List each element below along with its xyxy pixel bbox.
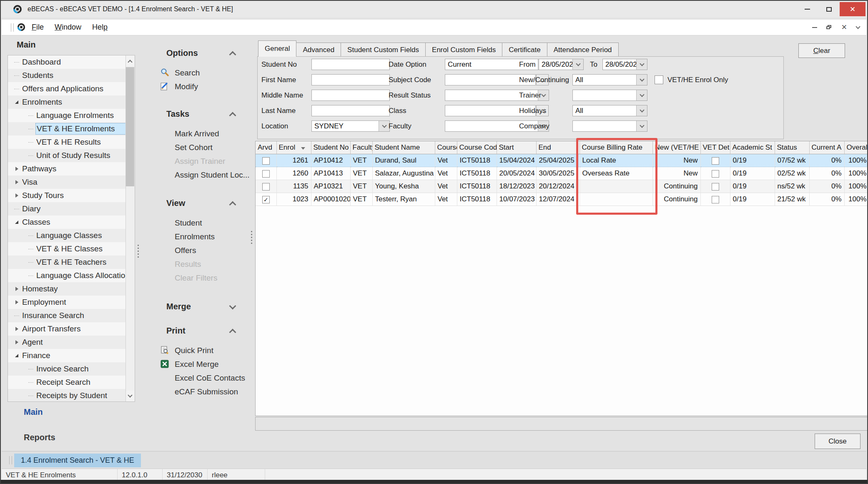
mdi-close-button[interactable]: ✕ <box>841 24 847 31</box>
sidebar-item-diary[interactable]: Diary <box>8 202 126 216</box>
mdi-restore-button[interactable] <box>826 25 832 30</box>
sidebar-item-students[interactable]: Students <box>8 69 126 82</box>
tab-certificate[interactable]: Certificate <box>502 43 547 57</box>
col-faculty[interactable]: Faculty <box>350 141 372 154</box>
dropdown-button[interactable] <box>636 90 647 100</box>
dropdown-button[interactable] <box>636 59 647 70</box>
action-search[interactable]: Search <box>143 66 251 80</box>
last-name-input[interactable] <box>311 105 390 116</box>
action-quick-print[interactable]: Quick Print <box>143 344 251 357</box>
nav-section-reports[interactable]: Reports <box>24 433 55 442</box>
splitter-handle-left[interactable] <box>138 245 139 258</box>
col-current-attendance[interactable]: Current A <box>809 141 844 154</box>
print-section-header[interactable]: Print <box>143 326 251 337</box>
action-view-offers[interactable]: Offers <box>143 243 251 257</box>
vet-det-checkbox[interactable] <box>712 157 719 165</box>
sidebar-item-vet-he-teachers[interactable]: VET & HE Teachers <box>8 256 126 269</box>
sidebar-item-unit-of-study-results[interactable]: Unit of Study Results <box>8 149 126 162</box>
sidebar-item-employment[interactable]: Employment <box>8 296 126 309</box>
vet-det-checkbox[interactable] <box>712 196 719 203</box>
sidebar-item-language-class-allocation[interactable]: Language Class Allocation <box>8 269 126 282</box>
sidebar-item-visa[interactable]: Visa <box>8 176 126 189</box>
table-row[interactable]: 1135 AP10321 VET Young, Kesha Vet ICT501… <box>256 180 868 193</box>
sidebar-item-dashboard[interactable]: Dashboard <box>8 55 126 69</box>
sidebar-item-receipt-search[interactable]: Receipt Search <box>8 376 126 389</box>
sidebar-item-homestay[interactable]: Homestay <box>8 282 126 296</box>
col-course-code[interactable]: Course Code <box>457 141 497 154</box>
splitter-handle-right[interactable] <box>251 231 252 244</box>
toolbar-grip[interactable] <box>11 23 14 32</box>
mdi-menu-chevron-icon[interactable] <box>855 24 860 29</box>
view-section-header[interactable]: View <box>143 198 251 209</box>
action-ecaf-submission[interactable]: eCAF Submission <box>143 385 251 399</box>
action-view-student[interactable]: Student <box>143 216 251 230</box>
table-row[interactable]: ✓ 1023 AP0001020 VET Testerr, Ryan Vet I… <box>256 193 868 206</box>
col-status[interactable]: Status <box>775 141 809 154</box>
vet-det-checkbox[interactable] <box>712 170 719 178</box>
scrollbar-thumb[interactable] <box>126 67 134 186</box>
sidebar-item-vet-he-results[interactable]: VET & HE Results <box>8 135 126 149</box>
nav-section-main[interactable]: Main <box>24 407 43 417</box>
action-set-cohort[interactable]: Set Cohort <box>143 140 251 154</box>
sidebar-item-agent[interactable]: Agent <box>8 336 126 349</box>
sidebar-item-finance[interactable]: Finance <box>8 349 126 362</box>
tasks-section-header[interactable]: Tasks <box>143 109 251 120</box>
vet-he-enrol-only-checkbox[interactable] <box>655 75 663 84</box>
col-arvd[interactable]: Arvd <box>256 141 276 154</box>
sidebar-item-vet-he-classes[interactable]: VET & HE Classes <box>8 242 126 256</box>
col-student-name[interactable]: Student Name <box>372 141 435 154</box>
clear-button[interactable]: Clear <box>798 43 845 58</box>
sidebar-item-enrolments[interactable]: Enrolments <box>8 95 126 109</box>
close-button[interactable]: Close <box>815 434 860 449</box>
tab-enrol-custom-fields[interactable]: Enrol Custom Fields <box>425 43 502 57</box>
arrived-checkbox[interactable] <box>262 157 270 165</box>
trainer-select[interactable] <box>572 90 647 101</box>
action-excel-merge[interactable]: Excel Merge <box>143 357 251 371</box>
tab-student-custom-fields[interactable]: Student Custom Fields <box>341 43 426 57</box>
col-student-no[interactable]: Student No <box>311 141 350 154</box>
table-row[interactable]: 1261 AP10412 VET Durand, Saul Vet ICT501… <box>256 154 868 167</box>
sidebar-item-receipts-by-student[interactable]: Receipts by Student <box>8 389 126 401</box>
from-date-select[interactable]: 28/05/2024 <box>539 59 584 70</box>
options-section-header[interactable]: Options <box>143 48 251 59</box>
sidebar-item-insurance-search[interactable]: Insurance Search <box>8 309 126 322</box>
col-end[interactable]: End <box>536 141 580 154</box>
arrived-checkbox[interactable] <box>262 183 270 191</box>
vet-det-checkbox[interactable] <box>712 183 719 191</box>
student-no-input[interactable] <box>311 59 390 70</box>
menu-file[interactable]: File <box>32 23 44 32</box>
new-continuing-select[interactable]: All <box>572 74 647 85</box>
menu-help[interactable]: Help <box>92 23 108 32</box>
col-new-vet-he[interactable]: New (VET/HE C <box>652 141 700 154</box>
tab-attendance-period[interactable]: Attendance Period <box>547 43 619 57</box>
sidebar-item-study-tours[interactable]: Study Tours <box>8 189 126 202</box>
window-maximize-button[interactable] <box>818 2 840 16</box>
sidebar-item-invoice-search[interactable]: Invoice Search <box>8 362 126 376</box>
col-vet-details[interactable]: VET Det <box>700 141 730 154</box>
sidebar-item-airport-transfers[interactable]: Airport Transfers <box>8 322 126 336</box>
tab-advanced[interactable]: Advanced <box>296 43 341 57</box>
sidebar-item-pathways[interactable]: Pathways <box>8 162 126 176</box>
col-academic-status[interactable]: Academic St <box>730 141 775 154</box>
location-select[interactable]: SYDNEY <box>311 120 390 132</box>
action-excel-coe-contacts[interactable]: Excel CoE Contacts <box>143 371 251 385</box>
first-name-input[interactable] <box>311 74 390 85</box>
col-overall-attendance[interactable]: Overall At <box>844 141 868 154</box>
action-assign-student-location[interactable]: Assign Student Loc... <box>143 168 251 182</box>
col-start[interactable]: Start <box>497 141 536 154</box>
action-modify[interactable]: Modify <box>143 80 251 93</box>
window-minimize-button[interactable] <box>796 2 818 16</box>
action-view-enrolments[interactable]: Enrolments <box>143 230 251 243</box>
dropdown-button[interactable] <box>636 75 647 85</box>
col-enrol[interactable]: Enrol <box>276 141 311 154</box>
action-mark-arrived[interactable]: Mark Arrived <box>143 127 251 140</box>
dropdown-button[interactable] <box>572 59 583 70</box>
mdi-minimize-button[interactable] <box>812 27 817 28</box>
taskbar-grip[interactable] <box>9 456 12 464</box>
col-course[interactable]: Course <box>435 141 457 154</box>
holidays-select[interactable]: All <box>572 105 647 116</box>
middle-name-input[interactable] <box>311 90 390 101</box>
open-window-tab[interactable]: 1.4 Enrolment Search - VET & HE <box>14 454 141 467</box>
merge-section-header[interactable]: Merge <box>143 302 251 313</box>
table-row[interactable]: 1260 AP10413 VET Salazar, Augustina Vet … <box>256 167 868 180</box>
